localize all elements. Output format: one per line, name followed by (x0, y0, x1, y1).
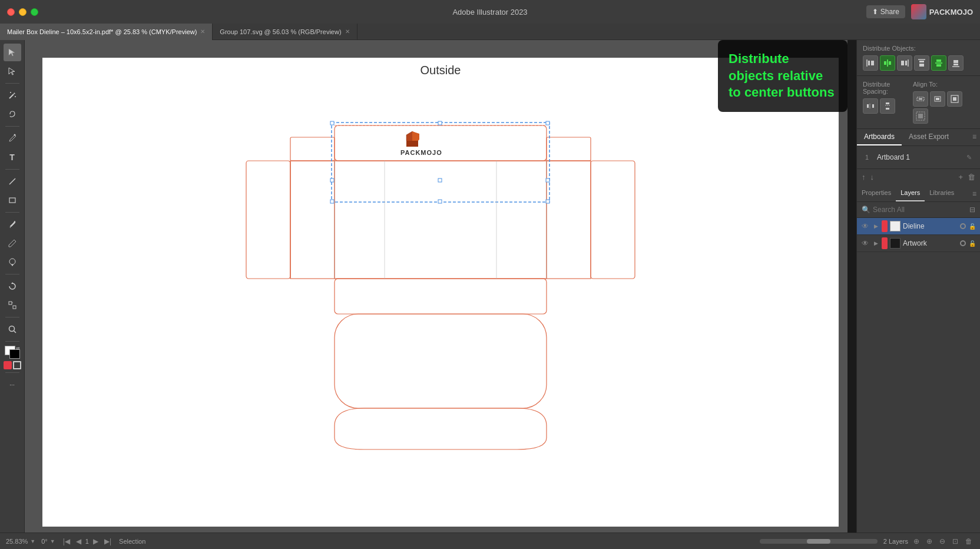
magic-wand-tool[interactable] (4, 87, 21, 104)
rotate-tool[interactable] (4, 277, 21, 295)
tab-close-icon[interactable]: ✕ (200, 28, 205, 35)
blob-brush-tool[interactable] (4, 253, 21, 271)
artboards-collapse-icon[interactable]: ≡ (969, 129, 980, 145)
layer-visibility-icon[interactable]: 👁 (860, 221, 870, 231)
delete-artboard-icon[interactable]: 🗑 (966, 171, 976, 183)
more-tools[interactable]: ··· (4, 376, 21, 393)
svg-rect-17 (547, 161, 591, 279)
left-toolbar: T (0, 40, 25, 533)
stroke-indicator (13, 361, 21, 369)
add-artboard-icon[interactable]: + (957, 171, 964, 183)
move-up-icon[interactable]: ↑ (860, 171, 867, 183)
packmojo-label: PACKMOJO (929, 8, 973, 16)
layer-lock-icon[interactable]: 🔓 (968, 222, 976, 230)
fullscreen-button[interactable] (31, 8, 38, 16)
selection-tool[interactable] (4, 44, 21, 61)
tab-group-svg[interactable]: Group 107.svg @ 56.03 % (RGB/Preview) ✕ (213, 24, 357, 40)
layer-expand-icon[interactable]: ▶ (872, 240, 879, 247)
tab-libraries[interactable]: Libraries (925, 186, 959, 201)
distribute-top-edges-btn[interactable] (914, 55, 929, 71)
layer-name-dieline: Dieline (903, 222, 958, 230)
layers-tabs: Properties Layers Libraries ≡ (857, 186, 980, 202)
tab-artboards[interactable]: Artboards (857, 129, 902, 145)
layer-expand-icon[interactable]: ▶ (872, 223, 879, 230)
next-last-btn[interactable]: ▶| (102, 537, 113, 545)
svg-rect-74 (936, 98, 939, 100)
share-button[interactable]: ⬆ Share (866, 5, 905, 18)
fit-artboard-icon[interactable]: ⊡ (951, 537, 960, 545)
new-layer-icon[interactable]: ⊕ (912, 537, 921, 545)
layer-lock-icon[interactable]: 🔓 (968, 239, 976, 247)
statusbar: 25.83% ▼ 0° ▼ |◀ ◀ 1 ▶ ▶| Selection 2 La… (0, 533, 980, 549)
prev-first-btn[interactable]: |◀ (61, 537, 72, 545)
svg-rect-20 (290, 137, 335, 161)
lasso-tool[interactable] (4, 105, 21, 123)
close-button[interactable] (7, 8, 15, 16)
tab-asset-export[interactable]: Asset Export (902, 129, 956, 145)
svg-line-12 (14, 331, 16, 333)
distribute-left-edges-btn[interactable] (863, 55, 878, 71)
next-btn[interactable]: ▶ (91, 537, 100, 545)
layer-item-artwork[interactable]: 👁 ▶ Artwork 🔓 (857, 235, 980, 252)
distribute-spacing-horiz-btn[interactable] (863, 98, 878, 114)
scale-tool[interactable] (4, 296, 21, 314)
pencil-tool[interactable] (4, 234, 21, 252)
minimize-button[interactable] (19, 8, 27, 16)
artboards-bottom-row: ↑ ↓ + 🗑 (857, 168, 980, 185)
tab-close-icon[interactable]: ✕ (345, 28, 350, 35)
search-input[interactable] (873, 206, 967, 214)
pen-tool[interactable] (4, 130, 21, 147)
svg-rect-64 (953, 64, 958, 65)
zoom-dropdown-icon[interactable]: ▼ (30, 538, 35, 544)
artboard-edit-icon[interactable]: ✎ (966, 154, 972, 161)
svg-rect-9 (13, 306, 16, 309)
zoom-out-icon[interactable]: ⊖ (938, 537, 947, 545)
align-to-selection-btn[interactable] (913, 91, 928, 107)
svg-rect-5 (9, 198, 15, 203)
tab-mailer-box[interactable]: Mailer Box Dieline – 10x6.5x2-in.pdf* @ … (0, 24, 213, 40)
distribute-spacing-vert-btn[interactable] (880, 98, 895, 114)
zoom-tool[interactable] (4, 320, 21, 338)
rectangle-tool[interactable] (4, 191, 21, 209)
layer-visibility-icon[interactable]: 👁 (860, 239, 870, 248)
tool-name: Selection (119, 538, 145, 545)
swap-colors[interactable]: ⇄ (16, 346, 20, 351)
prev-btn[interactable]: ◀ (74, 537, 83, 545)
distribute-bottom-edges-btn[interactable] (948, 55, 964, 71)
svg-rect-33 (330, 178, 334, 182)
paintbrush-tool[interactable] (4, 216, 21, 233)
layer-color-swatch (882, 220, 888, 232)
tab-properties[interactable]: Properties (857, 186, 896, 201)
distribute-center-horizontal-btn[interactable] (880, 55, 895, 71)
page-number: 1 (85, 538, 89, 545)
svg-rect-31 (438, 121, 442, 125)
artboard-number: 1 (865, 154, 873, 161)
align-to-page-btn[interactable] (913, 108, 928, 124)
color-swatches[interactable]: ⇄ (5, 346, 20, 359)
layers-collapse-icon[interactable]: ≡ (969, 186, 980, 201)
svg-rect-60 (936, 59, 941, 62)
artboard-item[interactable]: 1 Artboard 1 ✎ (863, 151, 974, 164)
align-to-key-object-btn[interactable] (930, 91, 945, 107)
line-tool[interactable] (4, 173, 21, 190)
distribute-center-vertical-btn[interactable] (931, 55, 946, 71)
layer-item-dieline[interactable]: 👁 ▶ Dieline 🔓 (857, 218, 980, 235)
distribute-right-edges-btn[interactable] (897, 55, 912, 71)
filter-icon[interactable]: ⊟ (969, 206, 975, 214)
type-tool[interactable]: T (4, 148, 21, 166)
titlebar-right: ⬆ Share PACKMOJO (866, 4, 973, 19)
zoom-in-icon[interactable]: ⊕ (925, 537, 934, 545)
fill-indicator (4, 361, 12, 369)
layer-target-circle[interactable] (960, 240, 966, 246)
tab-layers[interactable]: Layers (896, 186, 925, 201)
scroll-thumb (807, 539, 830, 544)
horizontal-scrollbar[interactable] (760, 539, 878, 544)
rotation-value: 0° (41, 538, 48, 545)
move-down-icon[interactable]: ↓ (869, 171, 876, 183)
align-to-artboard-btn[interactable] (947, 91, 962, 107)
direct-selection-tool[interactable] (4, 62, 21, 80)
status-tool: Selection (119, 538, 145, 545)
delete-icon[interactable]: 🗑 (964, 537, 974, 545)
rotation-dropdown-icon[interactable]: ▼ (50, 538, 55, 544)
layer-target-circle[interactable] (960, 223, 966, 229)
